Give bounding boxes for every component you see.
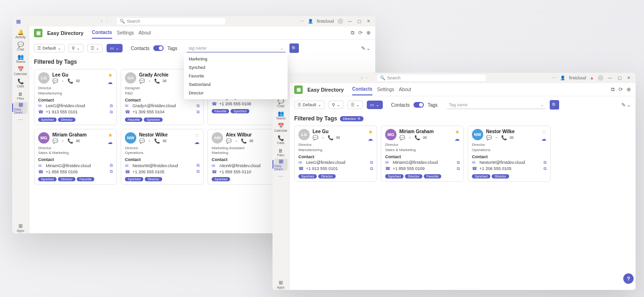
nav-easy-directory[interactable]: ▦Easy Direct… [274, 159, 288, 170]
star-icon[interactable]: ☆ [542, 129, 546, 135]
tag-chip[interactable]: Favorite [212, 109, 229, 113]
tag-chip[interactable]: Director [405, 174, 422, 178]
more-icon[interactable]: ⋯ [552, 76, 556, 80]
tag-chip[interactable]: Synched [125, 177, 143, 181]
sync-icon[interactable]: ☁ [194, 139, 199, 145]
back-button[interactable]: ‹ [361, 76, 363, 80]
copy-icon[interactable]: ⧉ [544, 166, 546, 171]
copy-icon[interactable]: ⧉ [110, 163, 113, 168]
video-icon[interactable]: ▫ [407, 135, 413, 140]
add-icon[interactable]: ⊕ [627, 86, 631, 93]
chat-icon[interactable]: 💬 [139, 78, 145, 84]
copy-icon[interactable]: ⧉ [110, 169, 113, 174]
maximize-button[interactable]: ▢ [356, 18, 362, 24]
people-icon[interactable]: 👤 [560, 76, 565, 80]
chat-icon[interactable]: 💬 [52, 78, 58, 84]
search-button[interactable]: 🔍 [550, 100, 559, 110]
refresh-icon[interactable]: ⟳ [358, 30, 363, 36]
call-icon[interactable]: 📞 [414, 135, 420, 140]
tag-chip[interactable]: Favorite [77, 177, 94, 181]
tag-chip[interactable]: Favorite [424, 174, 441, 178]
filter-button[interactable]: ⚲⌄ [329, 101, 344, 109]
star-icon[interactable]: ★ [455, 129, 460, 135]
call-icon[interactable]: 📞 [328, 135, 333, 140]
sync-icon[interactable]: ☁ [368, 136, 373, 142]
filter-button[interactable]: ⚲⌄ [68, 44, 83, 52]
tag-chip[interactable]: Synched [144, 118, 162, 122]
tab-about[interactable]: About [399, 84, 411, 95]
tag-chip[interactable]: Director [58, 118, 75, 122]
card-button[interactable]: ▭⌄ [367, 101, 383, 109]
avatar-icon[interactable] [338, 18, 343, 24]
call-icon[interactable]: 📞 [501, 135, 507, 140]
maximize-button[interactable]: ▢ [617, 75, 622, 81]
nav-activity[interactable]: 🔔Activity [14, 28, 27, 40]
copy-icon[interactable]: ⧉ [197, 103, 199, 109]
nav-easy-directory[interactable]: ▦Easy Direct… [14, 102, 27, 113]
edit-button[interactable]: ✎⌄ [621, 102, 631, 108]
mail-icon[interactable]: ✉ [509, 135, 514, 140]
default-dropdown[interactable]: ☰Default⌄ [34, 44, 65, 52]
tab-settings[interactable]: Settings [117, 27, 134, 38]
copy-icon[interactable]: ⧉ [457, 160, 460, 165]
mail-icon[interactable]: ✉ [75, 138, 81, 144]
avatar-icon[interactable] [598, 75, 603, 81]
video-icon[interactable]: ▫ [147, 78, 152, 84]
copy-icon[interactable]: ⧉ [197, 169, 199, 174]
dropdown-item-synched[interactable]: Synched [184, 63, 288, 72]
star-icon[interactable]: ☆ [195, 132, 199, 138]
video-icon[interactable]: ▫ [60, 138, 66, 144]
tag-chip[interactable]: Director [492, 174, 509, 178]
nav-chat[interactable]: 💬Chat [274, 97, 288, 109]
nav-files[interactable]: 🗎Files [274, 146, 288, 158]
nav-teams[interactable]: 👥Teams [274, 110, 288, 121]
minimize-button[interactable]: — [607, 75, 613, 81]
sync-icon[interactable]: ☁ [107, 79, 113, 85]
add-icon[interactable]: ⊕ [366, 30, 371, 36]
tag-chip[interactable]: Director [58, 177, 75, 181]
video-icon[interactable]: ▫ [233, 138, 239, 144]
copy-icon[interactable]: ⧉ [197, 163, 199, 168]
sync-icon[interactable]: ☁ [541, 136, 546, 142]
nav-apps[interactable]: ⊞Apps [274, 279, 288, 290]
copy-icon[interactable]: ⧉ [370, 160, 373, 165]
mail-icon[interactable]: ✉ [162, 138, 167, 144]
forward-button[interactable]: › [366, 76, 368, 80]
forward-button[interactable]: › [106, 19, 107, 24]
list-button[interactable]: ☰⌄ [87, 44, 103, 52]
call-icon[interactable]: 📞 [67, 138, 73, 144]
tab-contacts[interactable]: Contacts [92, 27, 112, 39]
tag-chip[interactable]: Synched [298, 174, 317, 178]
sync-icon[interactable]: ☁ [454, 136, 460, 142]
nav-calls[interactable]: 📞Calls [274, 134, 288, 145]
people-icon[interactable]: 👤 [308, 19, 313, 24]
nav-more[interactable]: ⋯ [274, 171, 288, 182]
star-icon[interactable]: ★ [368, 129, 373, 135]
tag-chip[interactable]: Favorite [125, 118, 142, 122]
nav-calls[interactable]: 📞Calls [14, 77, 27, 89]
tag-chip[interactable]: Synched [38, 118, 57, 122]
copy-icon[interactable]: ⧉ [110, 110, 113, 115]
tag-chip[interactable]: Director [318, 174, 336, 178]
dropdown-item-favorite[interactable]: Favorite [184, 72, 288, 80]
close-button[interactable]: ✕ [626, 75, 632, 81]
mail-icon[interactable]: ✉ [422, 135, 428, 140]
filter-chip-director[interactable]: Director ✕ [340, 116, 363, 121]
tag-chip[interactable]: Synched [385, 174, 404, 178]
video-icon[interactable]: ▫ [60, 78, 66, 84]
nav-more[interactable]: ⋯ [14, 114, 27, 126]
default-dropdown[interactable]: ☰Default⌄ [294, 101, 325, 109]
tag-input[interactable]: Tag name ⌄ [447, 101, 546, 109]
star-icon[interactable]: ★ [108, 72, 113, 78]
video-icon[interactable]: ▫ [320, 135, 326, 140]
dropdown-item-switzerland[interactable]: Switzerland [184, 80, 288, 89]
popout-icon[interactable]: ⧉ [611, 86, 615, 93]
contacts-tags-toggle[interactable] [153, 45, 164, 51]
close-button[interactable]: ✕ [366, 18, 372, 24]
minimize-button[interactable]: — [347, 18, 353, 24]
card-button[interactable]: ▭⌄ [107, 44, 123, 52]
tag-chip[interactable]: Synched [472, 174, 490, 178]
search-box[interactable]: 🔍 Search [377, 75, 486, 81]
mail-icon[interactable]: ✉ [335, 135, 341, 140]
nav-chat[interactable]: 💬Chat [14, 41, 27, 52]
